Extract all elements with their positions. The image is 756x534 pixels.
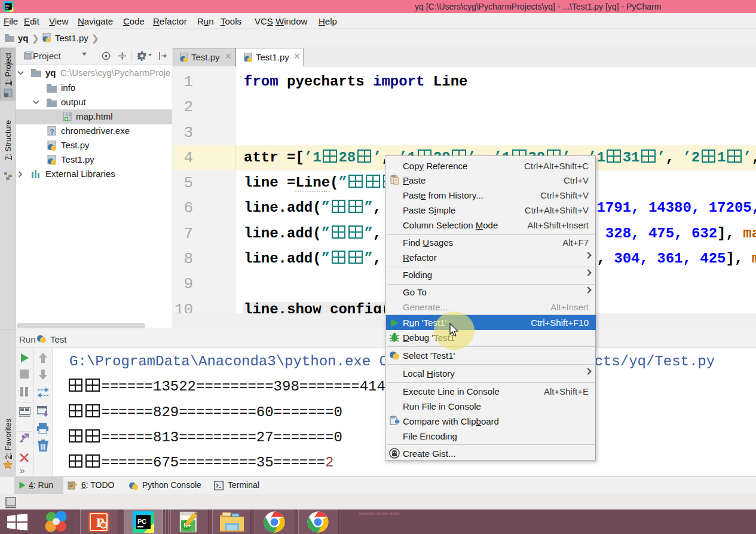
svg-text:?: ? — [50, 128, 54, 136]
svg-text:PC: PC — [5, 4, 10, 8]
svg-text:PC: PC — [137, 518, 146, 525]
